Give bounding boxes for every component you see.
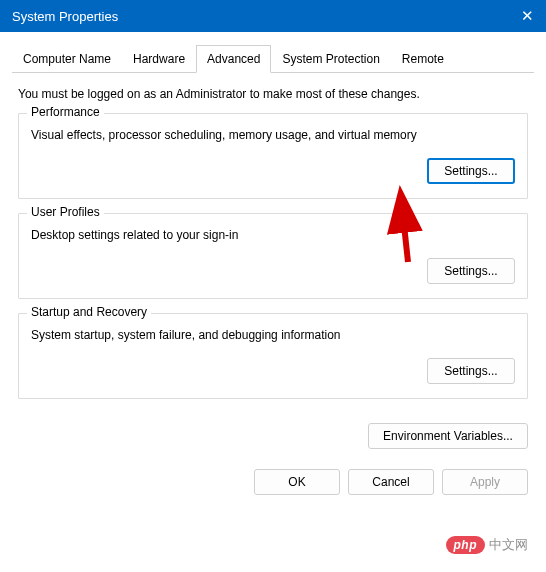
watermark-text: 中文网 <box>489 536 528 554</box>
tab-advanced[interactable]: Advanced <box>196 45 271 73</box>
group-user-profiles-desc: Desktop settings related to your sign-in <box>31 228 515 242</box>
group-user-profiles: User Profiles Desktop settings related t… <box>18 213 528 299</box>
ok-button[interactable]: OK <box>254 469 340 495</box>
cancel-button[interactable]: Cancel <box>348 469 434 495</box>
group-performance-legend: Performance <box>27 105 104 119</box>
group-user-profiles-button-row: Settings... <box>31 258 515 284</box>
group-startup-recovery-button-row: Settings... <box>31 358 515 384</box>
watermark-pill: php <box>446 536 486 554</box>
group-performance-button-row: Settings... <box>31 158 515 184</box>
tab-remote[interactable]: Remote <box>391 45 455 73</box>
watermark: php 中文网 <box>446 536 529 554</box>
close-icon[interactable]: ✕ <box>494 7 534 25</box>
tab-content: You must be logged on as an Administrato… <box>0 73 546 423</box>
tab-computer-name[interactable]: Computer Name <box>12 45 122 73</box>
admin-notice: You must be logged on as an Administrato… <box>18 87 528 101</box>
group-startup-recovery-legend: Startup and Recovery <box>27 305 151 319</box>
group-startup-recovery-desc: System startup, system failure, and debu… <box>31 328 515 342</box>
dialog-footer: OK Cancel Apply <box>0 459 546 509</box>
group-performance-desc: Visual effects, processor scheduling, me… <box>31 128 515 142</box>
titlebar: System Properties ✕ <box>0 0 546 32</box>
tab-system-protection[interactable]: System Protection <box>271 45 390 73</box>
environment-variables-row: Environment Variables... <box>0 423 546 459</box>
tab-hardware[interactable]: Hardware <box>122 45 196 73</box>
user-profiles-settings-button[interactable]: Settings... <box>427 258 515 284</box>
performance-settings-button[interactable]: Settings... <box>427 158 515 184</box>
environment-variables-button[interactable]: Environment Variables... <box>368 423 528 449</box>
window-title: System Properties <box>12 9 118 24</box>
apply-button: Apply <box>442 469 528 495</box>
group-performance: Performance Visual effects, processor sc… <box>18 113 528 199</box>
tab-strip: Computer Name Hardware Advanced System P… <box>12 44 534 73</box>
group-user-profiles-legend: User Profiles <box>27 205 104 219</box>
group-startup-recovery: Startup and Recovery System startup, sys… <box>18 313 528 399</box>
startup-recovery-settings-button[interactable]: Settings... <box>427 358 515 384</box>
